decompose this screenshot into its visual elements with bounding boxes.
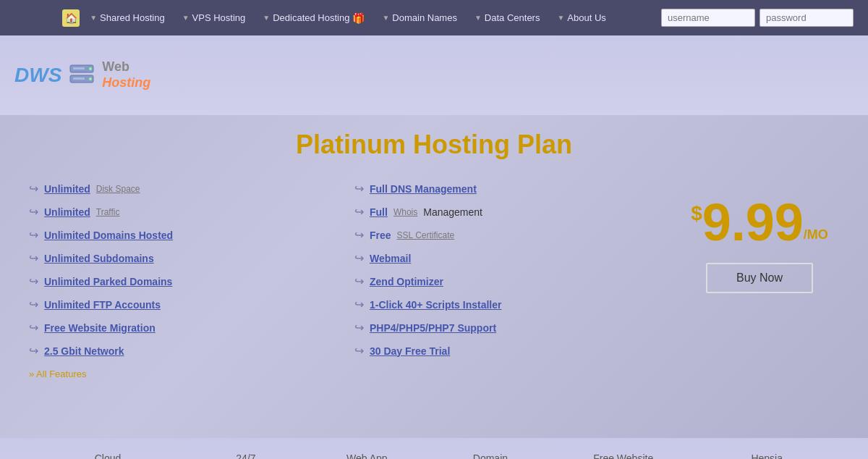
feature-dns: ↪ Full DNS Management: [354, 182, 665, 195]
login-area: [661, 9, 854, 27]
arrow-icon: ↪: [29, 344, 38, 358]
arrow-icon: ↪: [29, 321, 38, 334]
feature-label: Unlimited: [44, 183, 90, 195]
feature-trial: ↪ 30 Day Free Trial: [354, 344, 665, 358]
arrow-icon: ↪: [354, 182, 364, 195]
price-period: /MO: [804, 227, 828, 243]
footer-templates: Free Website Templates: [593, 452, 653, 459]
logo-server-icon: [67, 61, 96, 90]
buy-now-button[interactable]: Buy Now: [706, 263, 813, 293]
feature-label: Unlimited Parked Domains: [44, 276, 172, 287]
feature-free: Free: [370, 230, 391, 241]
page-title: Platinum Hosting Plan: [29, 130, 839, 160]
feature-sub: Whois: [393, 207, 417, 217]
arrow-icon: ↪: [29, 274, 38, 288]
feature-rest: Management: [423, 206, 482, 218]
feature-label: Unlimited: [44, 206, 90, 218]
feature-scripts: ↪ 1-Click 40+ Scripts Installer: [354, 298, 665, 311]
logo: DWS Web Hosting: [14, 59, 150, 90]
feature-label: 2.5 Gbit Network: [44, 345, 124, 357]
feature-parked-domains: ↪ Unlimited Parked Domains: [29, 274, 340, 288]
arrow-icon: ↪: [354, 344, 364, 358]
arrow-icon: ↪: [29, 228, 38, 242]
nav-dedicated-hosting[interactable]: ▼ Dedicated Hosting 🎁: [255, 8, 372, 28]
footer: Cloud Hosting Platform 24/7 Support Web …: [0, 438, 868, 459]
feature-label: Unlimited Domains Hosted: [44, 230, 173, 241]
features-container: ↪ Unlimited Disk Space ↪ Unlimited Traff…: [29, 182, 839, 380]
footer-line1: Domain: [470, 452, 510, 459]
feature-whois: ↪ Full Whois Management: [354, 205, 665, 219]
footer-line1: Cloud: [70, 452, 145, 459]
feature-sub: Disk Space: [96, 184, 140, 194]
features-left: ↪ Unlimited Disk Space ↪ Unlimited Traff…: [29, 182, 340, 380]
svg-point-3: [89, 77, 92, 80]
arrow-icon: ▼: [557, 14, 564, 22]
nav-shared-hosting[interactable]: ▼ Shared Hosting: [82, 8, 172, 28]
all-features-link[interactable]: » All Features: [29, 369, 87, 379]
nav-data-centers[interactable]: ▼ Data Centers: [467, 8, 548, 28]
arrow-icon: ↪: [29, 182, 38, 195]
feature-label: Full DNS Management: [370, 183, 477, 195]
feature-sub: Traffic: [96, 207, 120, 217]
home-button[interactable]: 🏠: [62, 9, 80, 27]
footer-hepsia: Hepsia Control Panel: [736, 452, 798, 459]
footer-items: Cloud Hosting Platform 24/7 Support Web …: [29, 452, 839, 459]
footer-cloud: Cloud Hosting Platform: [70, 452, 145, 459]
feature-network: ↪ 2.5 Gbit Network: [29, 344, 340, 358]
price-display: $ 9.99 /MO: [691, 196, 828, 248]
features-right: ↪ Full DNS Management ↪ Full Whois Manag…: [354, 182, 665, 367]
username-input[interactable]: [661, 9, 755, 27]
svg-point-2: [89, 67, 92, 70]
feature-label: Unlimited Subdomains: [44, 253, 154, 264]
arrow-icon: ↪: [29, 251, 38, 265]
feature-subdomains: ↪ Unlimited Subdomains: [29, 251, 340, 265]
feature-website-migration: ↪ Free Website Migration: [29, 321, 340, 334]
arrow-icon: ↪: [29, 298, 38, 311]
nav-vps-hosting[interactable]: ▼ VPS Hosting: [175, 8, 253, 28]
footer-line1: 24/7: [228, 452, 263, 459]
feature-ftp-accounts: ↪ Unlimited FTP Accounts: [29, 298, 340, 311]
arrow-icon: ▼: [90, 14, 97, 22]
top-nav: 🏠 ▼ Shared Hosting ▼ VPS Hosting ▼ Dedic…: [0, 0, 868, 35]
feature-label: Webmail: [370, 253, 411, 264]
feature-label: Free Website Migration: [44, 322, 156, 334]
feature-traffic: ↪ Unlimited Traffic: [29, 205, 340, 219]
arrow-icon: ▼: [182, 14, 190, 22]
footer-line1: Free Website: [593, 452, 653, 459]
feature-label: 30 Day Free Trial: [370, 345, 450, 357]
logo-dws-text: DWS: [14, 64, 61, 87]
feature-zend: ↪ Zend Optimizer: [354, 274, 665, 288]
arrow-icon: ↪: [354, 298, 364, 311]
pricing-section: $ 9.99 /MO Buy Now: [680, 182, 839, 293]
feature-label: Full: [370, 206, 388, 218]
footer-domain: Domain Manager: [470, 452, 510, 459]
feature-php: ↪ PHP4/PHP5/PHP7 Support: [354, 321, 665, 334]
footer-support: 24/7 Support: [228, 452, 263, 459]
feature-domains-hosted: ↪ Unlimited Domains Hosted: [29, 228, 340, 242]
logo-text-group: Web Hosting: [102, 59, 150, 90]
feature-disk-space: ↪ Unlimited Disk Space: [29, 182, 340, 195]
price-dollar: $: [691, 202, 702, 225]
nav-domain-names[interactable]: ▼ Domain Names: [375, 8, 464, 28]
header: DWS Web Hosting: [0, 35, 868, 115]
feature-webmail: ↪ Webmail: [354, 251, 665, 265]
footer-line1: Web App: [346, 452, 388, 459]
arrow-icon: ↪: [354, 321, 364, 334]
feature-label: 1-Click 40+ Scripts Installer: [370, 299, 501, 311]
logo-hosting-text: Hosting: [102, 75, 150, 91]
arrow-icon: ▼: [475, 14, 482, 22]
feature-label: Zend Optimizer: [370, 276, 443, 287]
arrow-icon: ↪: [29, 205, 38, 219]
arrow-icon: ↪: [354, 228, 364, 242]
arrow-icon: ▼: [263, 14, 270, 22]
nav-items: 🏠 ▼ Shared Hosting ▼ VPS Hosting ▼ Dedic…: [14, 8, 661, 28]
nav-about-us[interactable]: ▼ About Us: [550, 8, 613, 28]
price-amount: 9.99: [702, 196, 804, 248]
feature-ssl: ↪ Free SSL Certificate: [354, 228, 665, 242]
main-content: Platinum Hosting Plan ↪ Unlimited Disk S…: [0, 115, 868, 395]
svg-rect-4: [73, 67, 85, 70]
password-input[interactable]: [760, 9, 854, 27]
feature-label: Unlimited FTP Accounts: [44, 299, 161, 311]
arrow-icon: ↪: [354, 205, 364, 219]
gift-icon: 🎁: [352, 12, 365, 24]
